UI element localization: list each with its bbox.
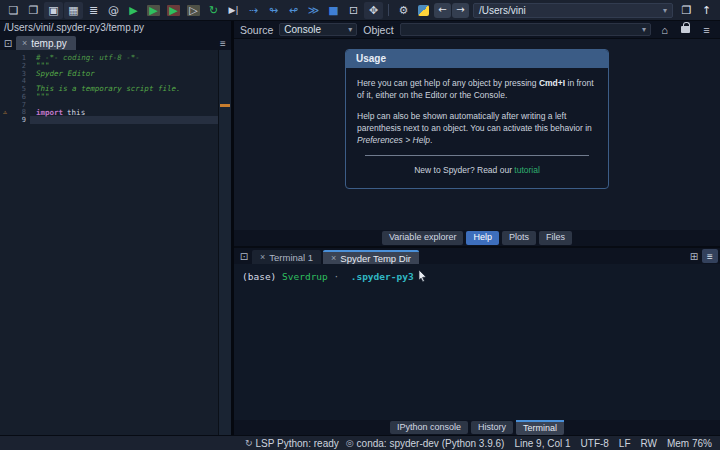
run-cell-advance-icon[interactable]: ▶	[164, 2, 183, 19]
debug-stop-icon[interactable]: ■	[324, 2, 343, 19]
permissions-status[interactable]: RW	[638, 438, 657, 449]
close-icon[interactable]: ×	[260, 253, 265, 262]
run-to-line-icon[interactable]: ▶|	[224, 2, 243, 19]
tab-help[interactable]: Help	[466, 231, 499, 245]
tools-icon[interactable]: ⚙	[394, 2, 413, 19]
lock-icon[interactable]	[678, 22, 693, 37]
object-input[interactable]: ▾	[400, 23, 651, 36]
code-keyword: import	[36, 108, 63, 117]
debug-step-into-icon[interactable]: ↬	[264, 2, 283, 19]
tab-terminal[interactable]: Terminal	[516, 420, 564, 436]
rerun-last-icon[interactable]: ↻	[204, 2, 223, 19]
close-icon[interactable]: ×	[22, 39, 27, 48]
python-env-icon[interactable]	[414, 2, 433, 19]
memory-status[interactable]: Mem 76%	[664, 438, 712, 449]
usage-text: Here you can get help of any object by p…	[346, 68, 608, 188]
object-label: Object	[363, 24, 393, 36]
code-docstring: Spyder Editor	[36, 69, 95, 78]
preferences-path: Preferences > Help	[357, 135, 430, 145]
rerun-cell-icon[interactable]: ▷	[184, 2, 203, 19]
terminal-options-menu-icon[interactable]: ≡	[702, 249, 718, 263]
tab-ipython-console[interactable]: IPython console	[390, 421, 468, 435]
line-number: 1	[0, 54, 30, 62]
code-editor[interactable]: 1 2 3 4 5 6	[0, 50, 231, 435]
source-label: Source	[240, 24, 273, 36]
source-select[interactable]: Console ▾	[279, 23, 357, 36]
main-toolbar: ❏❐▣▦≣@▶▶▶▷↻▶|⇢↬↫≫■⊡✥ ⚙ ←→ /Users/vini ▾ …	[0, 0, 720, 21]
run-cell-icon[interactable]: ▶	[144, 2, 163, 19]
lsp-status[interactable]: ↻ LSP Python: ready	[245, 438, 339, 449]
save-all-icon[interactable]: ▦	[64, 2, 83, 19]
panes-layout-icon[interactable]: ⊡	[344, 2, 363, 19]
toolbar-nav-group: ←→	[434, 3, 469, 18]
code-comment: # -*- coding: utf-8 -*-	[36, 53, 140, 62]
line-number-gutter: 1 2 3 4 5 6	[0, 50, 30, 435]
tab-variable-explorer[interactable]: Variable explorer	[382, 231, 463, 245]
status-bar: ↻ LSP Python: ready ◎ conda: spyder-dev …	[0, 435, 720, 450]
tab-plots[interactable]: Plots	[502, 231, 536, 245]
eol-status[interactable]: LF	[616, 438, 631, 449]
back-icon[interactable]: ←	[434, 3, 451, 18]
editor-file-path: /Users/vini/.spyder-py3/temp.py	[0, 21, 231, 35]
line-number: 2	[0, 62, 30, 70]
line-number: 3	[0, 70, 30, 78]
status-icon: ◎	[346, 438, 354, 448]
scrollflag-warning-marker[interactable]	[220, 104, 230, 107]
code-docstring: """	[36, 92, 50, 101]
encoding-status[interactable]: UTF-8	[578, 438, 609, 449]
line-number-current: 9	[0, 116, 30, 124]
run-file-icon[interactable]: ▶	[124, 2, 143, 19]
new-file-icon[interactable]: ❏	[4, 2, 23, 19]
code-area[interactable]: # -*- coding: utf-8 -*- """ Spyder Edito…	[30, 50, 218, 435]
debug-continue-icon[interactable]: ≫	[304, 2, 323, 19]
tutorial-link[interactable]: tutorial	[514, 165, 540, 175]
tab-files[interactable]: Files	[539, 231, 572, 245]
editor-pane: /Users/vini/.spyder-py3/temp.py ⊡ × temp…	[0, 21, 234, 435]
right-pane: Source Console ▾ Object ▾ ⌂ ≡ Usage	[234, 21, 720, 435]
chevron-down-icon[interactable]: ▾	[663, 6, 667, 15]
hostname: Sverdrup	[282, 271, 328, 282]
editor-tab-temp-py[interactable]: × temp.py	[16, 36, 76, 50]
scrollflag-column[interactable]	[218, 50, 231, 435]
usage-title: Usage	[346, 50, 608, 68]
symbol-finder-icon[interactable]: @	[104, 2, 123, 19]
debug-step-icon[interactable]: ⇢	[244, 2, 263, 19]
file-switcher-icon[interactable]: ≣	[84, 2, 103, 19]
toolbar-left-group: ❏❐▣▦≣@▶▶▶▷↻▶|⇢↬↫≫■⊡✥	[4, 2, 383, 19]
chevron-down-icon: ▾	[642, 25, 646, 34]
toolbar-dir-group: ❐↑	[677, 2, 716, 19]
maximize-pane-icon[interactable]: ✥	[364, 2, 383, 19]
line-number: 5	[0, 85, 30, 93]
open-dir-icon[interactable]: ❐	[677, 2, 696, 19]
open-file-icon[interactable]: ❐	[24, 2, 43, 19]
mouse-cursor-icon	[418, 270, 427, 282]
browse-tabs-icon[interactable]: ⊡	[236, 249, 252, 263]
save-file-icon[interactable]: ▣	[44, 2, 63, 19]
help-options-menu-icon[interactable]: ≡	[699, 22, 714, 37]
debug-step-out-icon[interactable]: ↫	[284, 2, 303, 19]
editor-options-menu-icon[interactable]: ≡	[215, 36, 231, 50]
conda-status[interactable]: ◎ conda: spyder-dev (Python 3.9.6)	[346, 438, 505, 449]
spyder-window: ❏❐▣▦≣@▶▶▶▷↻▶|⇢↬↫≫■⊡✥ ⚙ ←→ /Users/vini ▾ …	[0, 0, 720, 450]
working-directory-value: /Users/vini	[479, 5, 526, 16]
tab-terminal-1[interactable]: × Terminal 1	[252, 250, 321, 264]
usage-divider	[365, 155, 589, 156]
current-directory: .spyder-py3	[345, 271, 414, 282]
cursor-line	[30, 116, 218, 124]
terminal-tabbar: ⊡ × Terminal 1 × Spyder Temp Dir ⊞ ≡	[234, 248, 720, 264]
cursor-position[interactable]: Line 9, Col 1	[511, 438, 570, 449]
up-dir-icon[interactable]: ↑	[697, 2, 716, 19]
tab-spyder-temp-dir[interactable]: × Spyder Temp Dir	[323, 250, 419, 264]
help-content: Usage Here you can get help of any objec…	[234, 39, 720, 230]
forward-icon[interactable]: →	[452, 3, 469, 18]
browse-tabs-icon[interactable]: ⊡	[0, 36, 16, 50]
terminal-output[interactable]: (base) Sverdrup · .spyder-py3	[234, 264, 720, 420]
working-directory-input[interactable]: /Users/vini ▾	[473, 3, 673, 18]
editor-tab-label: temp.py	[31, 38, 67, 49]
close-icon[interactable]: ×	[331, 254, 336, 263]
new-terminal-grid-icon[interactable]: ⊞	[686, 249, 702, 263]
home-icon[interactable]: ⌂	[657, 22, 672, 37]
tab-history[interactable]: History	[471, 421, 513, 435]
chevron-down-icon: ▾	[348, 25, 352, 34]
toolbar-tools-group: ⚙	[394, 2, 433, 19]
